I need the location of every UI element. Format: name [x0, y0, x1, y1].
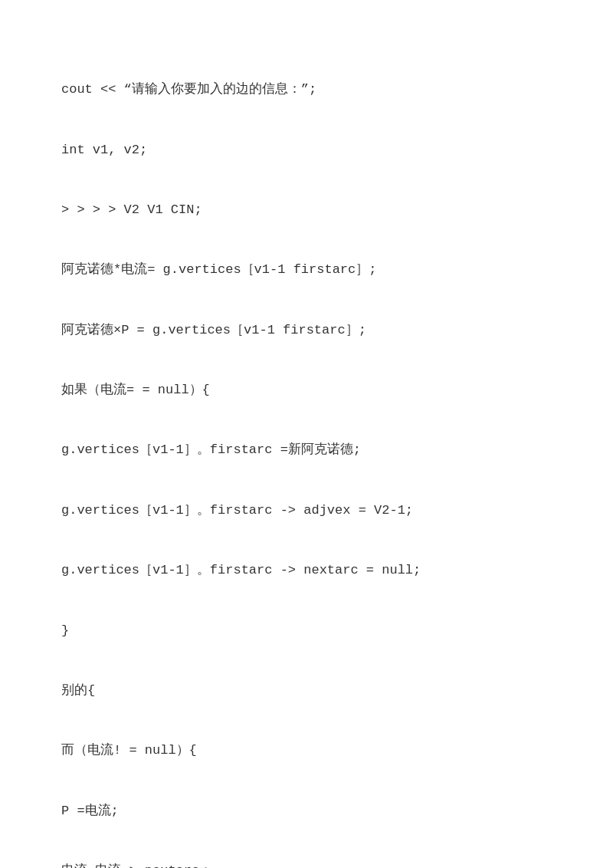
code-line-empty9 — [61, 527, 552, 554]
code-line-empty4 — [61, 226, 552, 253]
code-block: cout << “请输入你要加入的边的信息：”; int v1, v2; > >… — [61, 46, 552, 868]
code-line-empty12 — [61, 707, 552, 734]
code-line-11: 别的{ — [61, 674, 552, 707]
code-line-empty10 — [61, 587, 552, 613]
code-line-9: g.vertices［v1-1］。firstarc -> nextarc = n… — [61, 554, 552, 587]
code-line-13: P =电流; — [61, 794, 552, 827]
code-line-5: 阿克诺德×P = g.vertices［v1-1 firstarc］; — [61, 314, 552, 347]
code-line-empty7 — [61, 406, 552, 433]
code-line-empty8 — [61, 467, 552, 494]
code-line-14: 电流=电流-> nextarc； — [61, 854, 552, 868]
code-line-10: } — [61, 614, 552, 647]
code-line-8: g.vertices［v1-1］。firstarc -> adjvex = V2… — [61, 494, 552, 527]
code-line-empty5 — [61, 287, 552, 314]
code-line-empty1 — [61, 46, 552, 73]
code-line-12: 而（电流! = null）{ — [61, 734, 552, 767]
code-line-6: 如果（电流= = null）{ — [61, 373, 552, 406]
code-line-2: int v1, v2; — [61, 133, 552, 166]
code-line-empty13 — [61, 768, 552, 794]
code-line-empty2 — [61, 106, 552, 133]
code-line-4: 阿克诺德*电流= g.vertices［v1-1 firstarc］; — [61, 253, 552, 286]
code-line-empty11 — [61, 647, 552, 674]
code-line-empty14 — [61, 827, 552, 854]
code-line-empty6 — [61, 347, 552, 373]
code-line-1: cout << “请输入你要加入的边的信息：”; — [61, 73, 552, 106]
code-line-7: g.vertices［v1-1］。firstarc =新阿克诺德; — [61, 433, 552, 466]
code-line-3: > > > > V2 V1 CIN; — [61, 193, 552, 226]
code-line-empty3 — [61, 166, 552, 193]
